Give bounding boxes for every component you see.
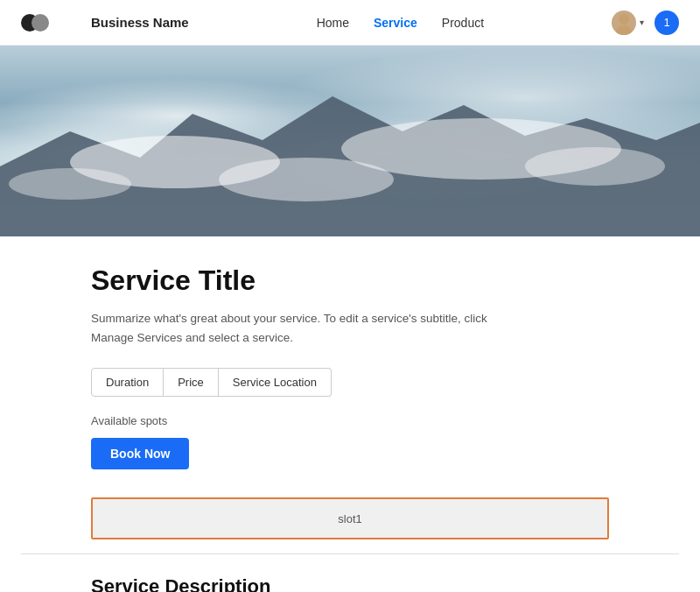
tag-duration: Duration: [91, 368, 164, 397]
hero-image: [0, 46, 700, 236]
svg-point-0: [619, 14, 629, 25]
avatar: [612, 11, 636, 35]
slot1-label: slot1: [338, 512, 361, 525]
nav-link-service[interactable]: Service: [374, 16, 417, 30]
navbar: Business Name Home Service Product ▾ 1: [0, 0, 700, 46]
chevron-down-icon: ▾: [640, 18, 644, 27]
slot-section: slot1: [70, 497, 630, 539]
description-title: Service Description: [91, 575, 609, 592]
slot1-box[interactable]: slot1: [91, 497, 609, 539]
mountain-silhouette: [0, 79, 700, 236]
service-title: Service Title: [91, 264, 609, 297]
svg-point-7: [525, 147, 665, 186]
tag-price: Price: [164, 368, 219, 397]
cart-icon[interactable]: 1: [654, 11, 679, 35]
svg-point-8: [9, 168, 131, 200]
business-logo-icon: [21, 8, 51, 38]
svg-point-1: [616, 25, 632, 35]
svg-point-6: [219, 158, 394, 201]
book-now-button[interactable]: Book Now: [91, 438, 189, 469]
cart-count: 1: [663, 16, 669, 29]
logo-circle-light: [32, 14, 49, 32]
navbar-center: Home Service Product: [317, 16, 484, 30]
service-subtitle: Summarize what's great about your servic…: [91, 309, 511, 347]
user-avatar-wrapper[interactable]: ▾: [612, 11, 644, 35]
tag-location: Service Location: [219, 368, 332, 397]
available-spots-label: Available spots: [91, 414, 609, 427]
description-section: Service Description Tell clients about w…: [70, 554, 630, 592]
navbar-left: Business Name: [21, 8, 189, 38]
nav-link-home[interactable]: Home: [317, 16, 349, 30]
service-tags-row: Duration Price Service Location: [91, 368, 609, 397]
nav-link-product[interactable]: Product: [442, 16, 484, 30]
business-name: Business Name: [91, 15, 189, 30]
navbar-right: ▾ 1: [612, 11, 679, 35]
main-content: Service Title Summarize what's great abo…: [70, 236, 630, 497]
